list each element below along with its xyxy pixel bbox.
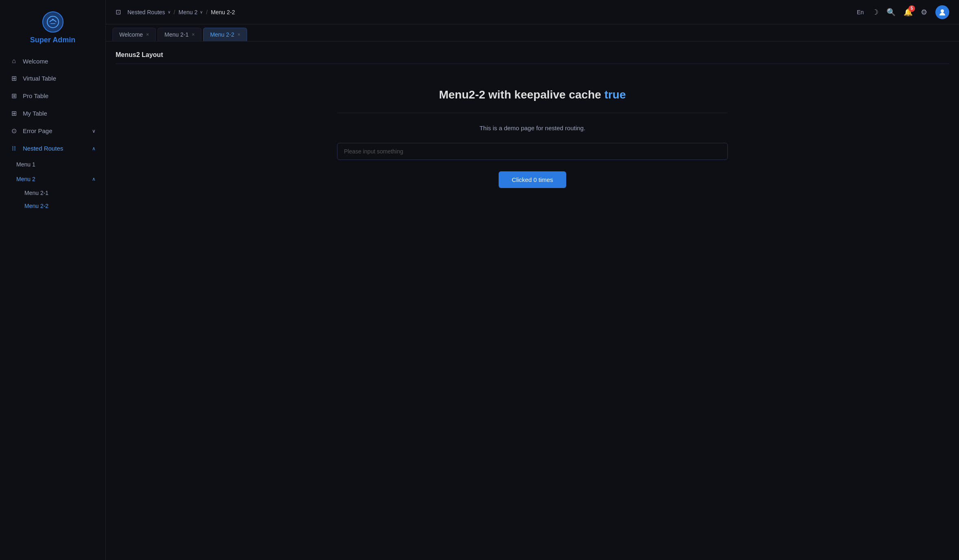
sidebar-item-error-page-label: Error Page bbox=[23, 127, 53, 134]
click-counter-button[interactable]: Clicked 0 times bbox=[499, 171, 566, 188]
settings-icon[interactable]: ⚙ bbox=[921, 8, 927, 17]
nested-routes-submenu: Menu 1 Menu 2 ∧ Menu 2-1 Menu 2-2 bbox=[3, 157, 102, 212]
main-content: ⊡ Nested Routes ∨ / Menu 2 ∨ / Menu 2-2 … bbox=[106, 0, 959, 560]
sidebar-item-menu2[interactable]: Menu 2 ∧ bbox=[10, 172, 102, 186]
tab-welcome-label: Welcome bbox=[119, 31, 143, 38]
grid-icon-2: ⊞ bbox=[10, 92, 18, 100]
section-title: Menus2 Layout bbox=[116, 51, 949, 64]
sidebar-item-pro-table[interactable]: ⊞ Pro Table bbox=[3, 87, 102, 105]
demo-heading-highlight: true bbox=[604, 88, 626, 101]
header-actions: En ☽ 🔍 🔔 5 ⚙ bbox=[857, 5, 949, 19]
sidebar-navigation: ⌂ Welcome ⊞ Virtual Table ⊞ Pro Table ⊞ … bbox=[0, 52, 105, 212]
breadcrumb-nested-routes[interactable]: Nested Routes ∨ bbox=[127, 9, 171, 15]
demo-area: Menu2-2 with keepalive cache true This i… bbox=[116, 72, 949, 204]
alert-icon: ⊙ bbox=[10, 127, 18, 135]
breadcrumb-sep-2: / bbox=[206, 9, 208, 15]
page-content: Menus2 Layout Menu2-2 with keepalive cac… bbox=[106, 42, 959, 560]
chevron-down-icon-bc2: ∨ bbox=[200, 10, 203, 14]
grid-icon-3: ⊞ bbox=[10, 109, 18, 117]
demo-heading: Menu2-2 with keepalive cache true bbox=[439, 88, 626, 101]
sidebar-item-welcome[interactable]: ⌂ Welcome bbox=[3, 52, 102, 70]
breadcrumb-menu2-2: Menu 2-2 bbox=[211, 9, 235, 15]
demo-divider bbox=[337, 113, 728, 113]
sidebar-item-menu2-1[interactable]: Menu 2-1 bbox=[18, 186, 102, 199]
tab-menu2-2[interactable]: Menu 2-2 × bbox=[203, 28, 247, 41]
tabs-bar: Welcome × Menu 2-1 × Menu 2-2 × bbox=[106, 24, 959, 42]
demo-heading-text: Menu2-2 with keepalive cache bbox=[439, 88, 604, 101]
notification-badge: 5 bbox=[909, 5, 915, 12]
sidebar-item-my-table[interactable]: ⊞ My Table bbox=[3, 105, 102, 122]
svg-point-0 bbox=[47, 16, 59, 28]
breadcrumb-sep-1: / bbox=[174, 9, 175, 15]
demo-description: This is a demo page for nested routing. bbox=[480, 125, 585, 131]
sidebar-logo: Super Admin bbox=[0, 7, 105, 52]
search-icon[interactable]: 🔍 bbox=[887, 8, 896, 17]
sidebar-item-error-page[interactable]: ⊙ Error Page ∨ bbox=[3, 122, 102, 140]
breadcrumb-nested-routes-label: Nested Routes bbox=[127, 9, 165, 15]
notification-icon[interactable]: 🔔 5 bbox=[904, 8, 913, 17]
logo-icon bbox=[42, 11, 63, 33]
sidebar-item-virtual-table[interactable]: ⊞ Virtual Table bbox=[3, 70, 102, 87]
chevron-up-icon-menu2: ∧ bbox=[92, 176, 96, 182]
tab-menu2-1[interactable]: Menu 2-1 × bbox=[158, 28, 201, 41]
tab-welcome-close[interactable]: × bbox=[146, 32, 149, 37]
svg-point-1 bbox=[52, 19, 54, 20]
tab-welcome[interactable]: Welcome × bbox=[112, 28, 156, 41]
sidebar: Super Admin ⌂ Welcome ⊞ Virtual Table ⊞ … bbox=[0, 0, 106, 560]
sidebar-item-menu2-label: Menu 2 bbox=[16, 176, 35, 182]
breadcrumb-menu2[interactable]: Menu 2 ∨ bbox=[179, 9, 203, 15]
sidebar-item-nested-routes-label: Nested Routes bbox=[23, 145, 63, 152]
breadcrumb-menu2-label: Menu 2 bbox=[179, 9, 198, 15]
breadcrumb-menu2-2-label: Menu 2-2 bbox=[211, 9, 235, 15]
dark-mode-icon[interactable]: ☽ bbox=[872, 8, 878, 17]
header: ⊡ Nested Routes ∨ / Menu 2 ∨ / Menu 2-2 … bbox=[106, 0, 959, 24]
sidebar-item-nested-routes[interactable]: ⁞⁞ Nested Routes ∧ bbox=[3, 140, 102, 157]
tab-menu2-1-close[interactable]: × bbox=[192, 32, 195, 37]
demo-input[interactable] bbox=[337, 143, 728, 160]
user-avatar[interactable] bbox=[935, 5, 949, 19]
tab-menu2-2-label: Menu 2-2 bbox=[210, 31, 234, 38]
sidebar-item-my-table-label: My Table bbox=[23, 110, 47, 117]
grid-icon-1: ⊞ bbox=[10, 74, 18, 82]
menu2-submenu: Menu 2-1 Menu 2-2 bbox=[10, 186, 102, 212]
panel-toggle-icon[interactable]: ⊡ bbox=[116, 8, 121, 16]
sidebar-item-menu1[interactable]: Menu 1 bbox=[10, 157, 102, 172]
breadcrumb: ⊡ Nested Routes ∨ / Menu 2 ∨ / Menu 2-2 bbox=[116, 8, 857, 16]
dots-icon: ⁞⁞ bbox=[10, 144, 18, 152]
sidebar-item-menu1-label: Menu 1 bbox=[16, 161, 35, 168]
chevron-down-icon-error: ∨ bbox=[92, 128, 96, 134]
sidebar-item-menu2-1-label: Menu 2-1 bbox=[24, 190, 48, 196]
sidebar-item-menu2-2-label: Menu 2-2 bbox=[24, 203, 48, 209]
sidebar-item-pro-table-label: Pro Table bbox=[23, 92, 48, 99]
home-icon: ⌂ bbox=[10, 57, 18, 65]
tab-menu2-2-close[interactable]: × bbox=[237, 32, 240, 37]
chevron-up-icon-nested: ∧ bbox=[92, 146, 96, 151]
sidebar-item-menu2-2[interactable]: Menu 2-2 bbox=[18, 199, 102, 212]
sidebar-item-welcome-label: Welcome bbox=[23, 58, 48, 65]
chevron-down-icon-bc1: ∨ bbox=[168, 10, 171, 14]
tab-menu2-1-label: Menu 2-1 bbox=[164, 31, 188, 38]
language-selector[interactable]: En bbox=[857, 9, 864, 15]
sidebar-title: Super Admin bbox=[30, 36, 75, 44]
svg-point-2 bbox=[941, 9, 944, 13]
sidebar-item-virtual-table-label: Virtual Table bbox=[23, 75, 56, 82]
